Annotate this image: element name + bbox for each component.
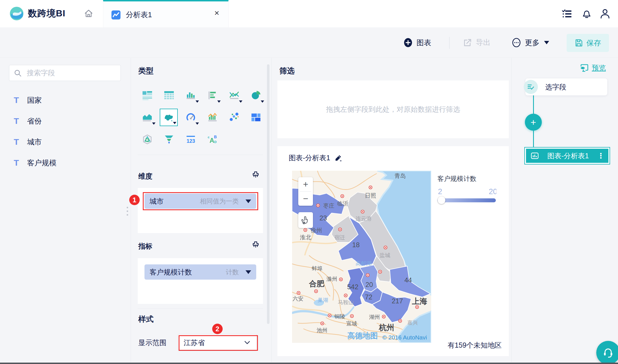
flow-node-chart[interactable]: 图表-分析表1 ⋮: [526, 149, 608, 163]
map-city-label: 宣城: [346, 321, 357, 326]
flow-add-node-button[interactable]: +: [525, 114, 542, 131]
chart-type-text-card[interactable]: c A B D: [203, 131, 222, 148]
map-city-label: 淮北: [300, 234, 311, 240]
chart-type-number-card[interactable]: 123: [182, 131, 200, 148]
map-city-label: 嘉兴: [407, 320, 418, 326]
map-zoom-control: + −: [298, 177, 313, 206]
chart-type-treemap[interactable]: [247, 109, 265, 126]
map-city-marker-dot: [345, 295, 346, 296]
combo-chart-icon: [207, 112, 218, 123]
chart-type-bar[interactable]: [182, 87, 200, 104]
dimension-title: 维度: [138, 172, 152, 181]
flow-node-select-fields[interactable]: 选字段: [525, 78, 607, 95]
metric-clear-icon[interactable]: [251, 241, 260, 249]
config-scrollbar[interactable]: [267, 64, 269, 324]
panel-drag-handle[interactable]: [127, 207, 128, 216]
map-city-label: 铜陵: [334, 313, 345, 319]
chart-type-china-map[interactable]: [160, 109, 178, 126]
tab-analysis-sheet[interactable]: 分析表1 ×: [103, 0, 229, 27]
content-top-divider: [0, 58, 618, 58]
summary-table-icon: [142, 90, 153, 101]
edit-pencil-icon[interactable]: [335, 154, 342, 162]
map-data-value: 72: [365, 293, 372, 301]
metric-title: 指标: [138, 242, 152, 251]
annotation-badge-1: 1: [129, 195, 140, 205]
chart-type-radar[interactable]: [138, 131, 156, 148]
customer-service-button[interactable]: [596, 341, 618, 364]
map-zoom-out-button[interactable]: −: [298, 192, 313, 206]
save-button[interactable]: 保存: [567, 34, 609, 52]
preview-link[interactable]: 预览: [580, 63, 606, 73]
map-type-caret-icon: [173, 122, 176, 124]
dimension-clear-icon[interactable]: [251, 171, 260, 179]
bar-type-caret-icon: [196, 100, 199, 103]
add-chart-button[interactable]: 图表: [403, 38, 431, 48]
svg-text:A: A: [209, 137, 214, 144]
map-city-marker-dot: [315, 291, 317, 292]
map-data-value: 23: [319, 214, 327, 222]
map-city-label: 合肥: [309, 280, 325, 288]
map-city-label: 临沂: [337, 200, 349, 207]
area-type-caret-icon: [152, 122, 155, 125]
sidebar-divider: [131, 58, 131, 362]
chart-type-summary-table[interactable]: [138, 87, 156, 104]
field-item[interactable]: T城市: [13, 136, 42, 148]
chart-type-line-cross[interactable]: [225, 87, 243, 104]
chart-type-combo[interactable]: [203, 109, 222, 126]
export-button[interactable]: 导出: [463, 38, 490, 47]
text-field-icon: T: [13, 137, 20, 147]
filter-dropzone[interactable]: 拖拽左侧字段到此处，对原始数据进行筛选: [277, 80, 509, 138]
search-input[interactable]: [26, 69, 118, 77]
chart-node-menu-icon[interactable]: ⋮: [597, 152, 604, 160]
save-label: 保存: [586, 38, 601, 48]
tab-close-icon[interactable]: ×: [214, 9, 219, 17]
chart-type-funnel[interactable]: [160, 131, 178, 148]
task-list-icon[interactable]: [562, 8, 573, 20]
hand-tool-icon: [301, 215, 310, 225]
field-item[interactable]: T客户规模: [13, 157, 56, 168]
circle-plus-icon: [403, 38, 413, 48]
chart-type-area[interactable]: [138, 109, 156, 126]
display-range-label: 显示范围: [138, 338, 166, 347]
brand-logo[interactable]: 数跨境BI: [9, 6, 65, 21]
field-item[interactable]: T国家: [13, 95, 42, 106]
headset-icon: [602, 347, 614, 359]
chart-type-table[interactable]: [160, 87, 178, 104]
map-city-marker-dot: [342, 196, 343, 197]
search-icon: [14, 69, 22, 77]
text-field-icon: T: [13, 95, 20, 105]
chart-type-gauge[interactable]: [182, 109, 200, 126]
map-data-value: 44: [404, 276, 412, 284]
chart-type-bubble[interactable]: [225, 109, 243, 126]
export-icon: [463, 38, 472, 47]
map-pan-tool-button[interactable]: [298, 212, 313, 228]
field-search: [9, 65, 121, 81]
line-type-caret-icon: [239, 100, 242, 103]
text-field-icon: T: [13, 116, 20, 126]
filter-hint: 拖拽左侧字段到此处，对原始数据进行筛选: [326, 105, 460, 114]
toolbar-divider: [449, 37, 450, 49]
field-item[interactable]: T省份: [13, 115, 42, 127]
map-city-marker-dot: [417, 306, 418, 308]
home-icon[interactable]: [84, 8, 94, 19]
map-city-marker-dot: [351, 315, 352, 317]
gauge-icon: [185, 112, 196, 123]
tab-title: 分析表1: [126, 10, 152, 20]
user-icon[interactable]: [599, 8, 611, 20]
map-zoom-in-button[interactable]: +: [298, 177, 313, 191]
radar-icon: [142, 134, 153, 145]
legend-gradient-bar[interactable]: [437, 198, 496, 202]
map-city-label: 巢湖: [317, 297, 328, 303]
chart-type-horizontal-bar[interactable]: [203, 87, 222, 104]
more-button[interactable]: 更多: [511, 38, 549, 48]
field-label: 城市: [27, 137, 42, 147]
chart-type-pie[interactable]: [247, 87, 265, 104]
legend-slider-handle[interactable]: [438, 196, 445, 204]
chart-node-label: 图表-分析表1: [539, 151, 597, 161]
map-city-label: 蚌埠: [312, 266, 323, 271]
map-city-label: 滁州: [326, 276, 337, 282]
map-city-marker-dot: [340, 279, 341, 280]
metric-field-pill[interactable]: 客户规模计数 计数: [144, 264, 256, 280]
select-fields-icon: [527, 83, 535, 91]
notification-bell-icon[interactable]: [581, 8, 593, 20]
